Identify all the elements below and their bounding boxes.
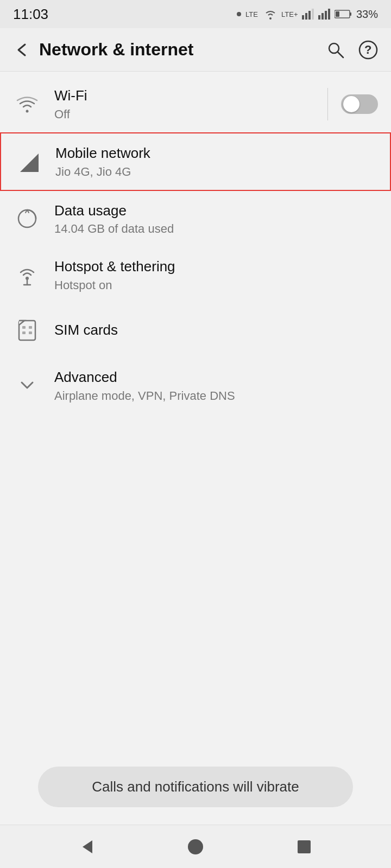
nav-home-button[interactable] bbox=[179, 831, 212, 863]
search-icon bbox=[326, 40, 345, 60]
settings-item-advanced[interactable]: Advanced Airplane mode, VPN, Private DNS bbox=[0, 358, 391, 414]
hotspot-sublabel: Hotspot on bbox=[54, 278, 378, 292]
hotspot-icon bbox=[13, 261, 41, 289]
svg-point-29 bbox=[188, 839, 203, 854]
battery-icon bbox=[335, 9, 352, 19]
dot-icon bbox=[237, 12, 241, 16]
mobile-network-text: Mobile network Jio 4G, Jio 4G bbox=[55, 144, 377, 179]
vibrate-toast: Calls and notifications will vibrate bbox=[38, 767, 353, 807]
toolbar-actions: ? bbox=[321, 36, 382, 64]
data-usage-icon bbox=[13, 205, 41, 233]
wifi-icon bbox=[13, 90, 41, 118]
back-arrow-icon bbox=[13, 41, 30, 59]
svg-rect-9 bbox=[325, 11, 327, 20]
status-bar: 11:03 LTE LTE+ bbox=[0, 0, 391, 28]
svg-text:LTE+: LTE+ bbox=[281, 10, 298, 18]
page-title: Network & internet bbox=[39, 40, 321, 60]
signal-icon bbox=[14, 148, 42, 176]
settings-item-data-usage[interactable]: Data usage 14.04 GB of data used bbox=[0, 191, 391, 247]
wifi-toggle[interactable] bbox=[341, 94, 378, 114]
advanced-text: Advanced Airplane mode, VPN, Private DNS bbox=[54, 368, 378, 403]
mobile-network-label: Mobile network bbox=[55, 144, 377, 163]
nav-recents-icon bbox=[294, 837, 314, 857]
toolbar: Network & internet ? bbox=[0, 28, 391, 72]
advanced-sublabel: Airplane mode, VPN, Private DNS bbox=[54, 389, 378, 403]
help-icon: ? bbox=[358, 40, 378, 60]
settings-item-wifi[interactable]: Wi-Fi Off bbox=[0, 76, 391, 132]
sim-cards-label: SIM cards bbox=[54, 321, 378, 340]
svg-rect-24 bbox=[22, 326, 26, 329]
wifi-text: Wi-Fi Off bbox=[54, 87, 314, 122]
lte-call-icon: LTE bbox=[245, 8, 260, 20]
status-icons: LTE LTE+ bbox=[237, 8, 378, 21]
settings-item-mobile-network[interactable]: Mobile network Jio 4G, Jio 4G bbox=[0, 132, 391, 191]
toast-container: Calls and notifications will vibrate bbox=[0, 758, 391, 825]
svg-rect-4 bbox=[305, 13, 307, 20]
help-button[interactable]: ? bbox=[354, 36, 382, 64]
hotspot-text: Hotspot & tethering Hotspot on bbox=[54, 258, 378, 292]
nav-recents-button[interactable] bbox=[288, 831, 320, 863]
svg-text:?: ? bbox=[364, 43, 371, 56]
status-time: 11:03 bbox=[13, 6, 48, 23]
svg-rect-10 bbox=[328, 9, 330, 20]
svg-rect-25 bbox=[29, 326, 32, 329]
svg-rect-5 bbox=[308, 11, 311, 20]
wifi-sublabel: Off bbox=[54, 107, 314, 122]
svg-marker-19 bbox=[20, 154, 39, 172]
svg-point-18 bbox=[26, 110, 29, 112]
settings-item-sim-cards[interactable]: SIM cards bbox=[0, 303, 391, 358]
svg-rect-8 bbox=[321, 13, 324, 20]
svg-rect-12 bbox=[350, 12, 351, 16]
settings-list: Wi-Fi Off Mobile network Jio 4G, Jio 4G bbox=[0, 72, 391, 588]
sim-cards-text: SIM cards bbox=[54, 321, 378, 340]
advanced-label: Advanced bbox=[54, 368, 378, 387]
lte-plus-icon: LTE+ bbox=[281, 8, 298, 20]
settings-item-hotspot[interactable]: Hotspot & tethering Hotspot on bbox=[0, 247, 391, 303]
wifi-toggle-knob bbox=[343, 96, 360, 112]
wifi-divider bbox=[327, 88, 328, 120]
sim-icon bbox=[13, 316, 41, 344]
svg-rect-3 bbox=[302, 15, 304, 20]
svg-rect-26 bbox=[22, 331, 26, 334]
svg-rect-6 bbox=[312, 9, 314, 20]
back-button[interactable] bbox=[9, 37, 35, 63]
chevron-down-icon bbox=[13, 372, 41, 400]
search-button[interactable] bbox=[321, 36, 350, 64]
svg-rect-30 bbox=[298, 840, 311, 853]
content-spacer bbox=[0, 588, 391, 758]
nav-back-button[interactable] bbox=[71, 831, 103, 863]
bottom-nav bbox=[0, 825, 391, 868]
wifi-status-icon bbox=[264, 9, 277, 20]
data-usage-sublabel: 14.04 GB of data used bbox=[54, 222, 378, 236]
svg-rect-13 bbox=[336, 11, 339, 17]
data-usage-text: Data usage 14.04 GB of data used bbox=[54, 202, 378, 237]
nav-home-icon bbox=[186, 837, 205, 857]
data-usage-label: Data usage bbox=[54, 202, 378, 220]
signal-bars-2-icon bbox=[318, 9, 330, 20]
hotspot-label: Hotspot & tethering bbox=[54, 258, 378, 276]
signal-bars-icon bbox=[302, 9, 314, 20]
mobile-network-sublabel: Jio 4G, Jio 4G bbox=[55, 165, 377, 179]
wifi-label: Wi-Fi bbox=[54, 87, 314, 105]
svg-line-15 bbox=[338, 52, 343, 58]
svg-rect-7 bbox=[318, 15, 320, 20]
nav-back-icon bbox=[77, 837, 97, 857]
svg-rect-27 bbox=[29, 331, 32, 334]
svg-point-1 bbox=[269, 17, 272, 20]
svg-marker-28 bbox=[83, 840, 92, 853]
svg-text:LTE: LTE bbox=[245, 10, 258, 18]
battery-percent: 33% bbox=[356, 8, 378, 21]
